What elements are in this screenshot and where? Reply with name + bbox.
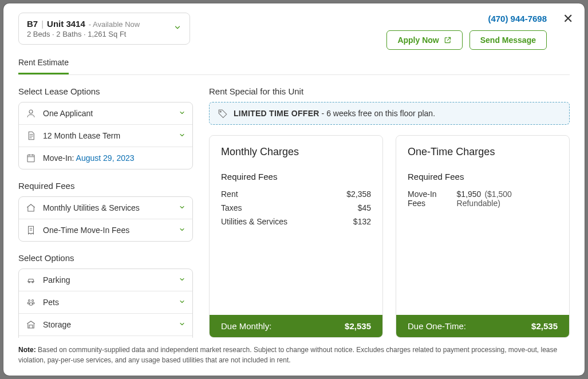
receipt-icon: [26, 225, 36, 235]
due-monthly-label: Due Monthly:: [221, 321, 271, 331]
monthly-footer: Due Monthly: $2,535: [210, 315, 382, 337]
parking-label: Parking: [43, 275, 70, 285]
movein-date-selector[interactable]: Move-In: August 29, 2023: [19, 147, 192, 169]
lease-term-label: 12 Month Lease Term: [43, 131, 120, 140]
external-link-icon: [444, 36, 452, 44]
offer-label: LIMITED TIME OFFER: [234, 109, 319, 118]
monthly-charges-card: Monthly Charges Required Fees Rent $2,35…: [209, 135, 383, 338]
apply-now-button[interactable]: Apply Now: [386, 30, 462, 50]
due-monthly-value: $2,535: [345, 321, 371, 331]
applicant-label: One Applicant: [43, 109, 93, 118]
pets-expander[interactable]: Pets: [19, 291, 192, 313]
movein-fees-line: Move-In Fees $1,950($1,500 Refundable): [408, 187, 558, 210]
lease-options-panel: One Applicant 12 Month Lease Term Move-I…: [18, 102, 193, 169]
unit-plan: B7: [27, 19, 38, 29]
header-top: B7 | Unit 3414 - Available Now 2 Beds · …: [18, 13, 570, 50]
unit-meta: 2 Beds · 2 Baths · 1,261 Sq Ft: [27, 30, 165, 38]
home-icon: [26, 203, 36, 213]
svg-rect-1: [27, 155, 34, 162]
other-fees-expander[interactable]: Other Fees: [19, 335, 192, 338]
svg-point-0: [29, 110, 33, 113]
unit-selector[interactable]: B7 | Unit 3414 - Available Now 2 Beds · …: [18, 13, 190, 45]
chevron-down-icon: [179, 131, 186, 140]
movein-fees-value: $1,950($1,500 Refundable): [457, 189, 558, 208]
offer-text: LIMITED TIME OFFER - 6 weeks free on thi…: [234, 109, 435, 118]
unit-availability: - Available Now: [89, 20, 140, 29]
offer-body: - 6 weeks free on this floor plan.: [319, 109, 435, 118]
onetime-card-body: One-Time Charges Required Fees Move-In F…: [396, 136, 569, 315]
required-fees-panel: Monthly Utilities & Services One-Time Mo…: [18, 196, 193, 242]
monthly-card-body: Monthly Charges Required Fees Rent $2,35…: [210, 136, 382, 315]
movein-fees-amount: $1,950: [457, 189, 482, 199]
cta-row: Apply Now Send Message: [386, 30, 547, 50]
sidebar: Select Lease Options One Applicant 12 Mo…: [18, 86, 193, 338]
unit-title-row: B7 | Unit 3414 - Available Now: [27, 19, 165, 29]
send-message-button[interactable]: Send Message: [469, 30, 547, 50]
svg-point-2: [29, 282, 30, 283]
calendar-icon: [26, 153, 36, 163]
onetime-footer: Due One-Time: $2,535: [396, 315, 569, 337]
tag-icon: [218, 108, 228, 119]
movein-date: August 29, 2023: [76, 153, 135, 163]
chevron-down-icon: [179, 298, 186, 307]
svg-point-8: [29, 303, 33, 306]
rent-label: Rent: [221, 189, 238, 199]
tab-rent-estimate[interactable]: Rent Estimate: [18, 58, 69, 74]
svg-point-10: [220, 111, 221, 112]
taxes-label: Taxes: [221, 203, 242, 212]
movein-label: Move-In: August 29, 2023: [43, 153, 135, 163]
rent-special-banner: LIMITED TIME OFFER - 6 weeks free on thi…: [209, 102, 570, 125]
svg-point-5: [32, 300, 34, 302]
chevron-down-icon: [179, 203, 186, 212]
note-prefix: Note:: [18, 346, 36, 354]
chevron-down-icon: [179, 226, 186, 235]
monthly-title: Monthly Charges: [221, 146, 371, 158]
tab-row: Rent Estimate: [18, 58, 570, 75]
header-right: (470) 944-7698 Apply Now Send Message: [386, 14, 547, 50]
modal-header: B7 | Unit 3414 - Available Now 2 Beds · …: [3, 3, 585, 75]
movein-fees-label: Move-In Fees: [408, 189, 457, 208]
taxes-value: $45: [358, 203, 371, 212]
utilities-label: Monthly Utilities & Services: [43, 203, 140, 212]
taxes-line: Taxes $45: [221, 201, 371, 215]
chevron-down-icon: [179, 320, 186, 329]
svg-point-4: [29, 300, 30, 302]
rent-line: Rent $2,358: [221, 187, 371, 201]
parking-expander[interactable]: Parking: [19, 269, 192, 291]
utilities-expander[interactable]: Monthly Utilities & Services: [19, 197, 192, 219]
document-icon: [26, 131, 36, 141]
car-icon: [26, 275, 36, 285]
paw-icon: [26, 297, 36, 307]
note-body: Based on community-supplied data and ind…: [18, 346, 557, 364]
svg-point-3: [32, 282, 33, 283]
lease-term-selector[interactable]: 12 Month Lease Term: [19, 124, 192, 147]
rent-value: $2,358: [346, 189, 371, 199]
onetime-section-title: Required Fees: [408, 172, 558, 181]
movein-fees-expander[interactable]: One-Time Move-In Fees: [19, 219, 192, 241]
message-label: Send Message: [480, 35, 536, 45]
onetime-charges-card: One-Time Charges Required Fees Move-In F…: [396, 135, 570, 338]
movein-fees-label: One-Time Move-In Fees: [43, 226, 129, 235]
charges-cards: Monthly Charges Required Fees Rent $2,35…: [209, 135, 570, 338]
content: Select Lease Options One Applicant 12 Mo…: [3, 75, 585, 338]
chevron-down-icon: [179, 109, 186, 118]
apply-label: Apply Now: [397, 35, 439, 45]
monthly-section-title: Required Fees: [221, 172, 371, 181]
required-fees-title: Required Fees: [18, 181, 193, 191]
main-area: Rent Special for this Unit LIMITED TIME …: [209, 86, 570, 338]
due-onetime-value: $2,535: [531, 321, 558, 331]
applicant-selector[interactable]: One Applicant: [19, 102, 192, 124]
storage-expander[interactable]: Storage: [19, 313, 192, 335]
onetime-title: One-Time Charges: [408, 146, 558, 158]
utilities-line: Utilities & Services $132: [221, 215, 371, 228]
chevron-down-icon: [173, 23, 181, 34]
chevron-down-icon: [179, 275, 186, 285]
unit-name: Unit 3414: [47, 19, 85, 29]
footnote: Note: Based on community-supplied data a…: [3, 338, 585, 376]
divider: |: [41, 19, 44, 29]
lease-options-title: Select Lease Options: [18, 86, 193, 96]
due-onetime-label: Due One-Time:: [408, 321, 466, 331]
utilities-value: $132: [353, 217, 371, 226]
rent-estimate-modal: ✕ B7 | Unit 3414 - Available Now 2 Beds …: [3, 3, 585, 376]
phone-number[interactable]: (470) 944-7698: [488, 14, 547, 23]
